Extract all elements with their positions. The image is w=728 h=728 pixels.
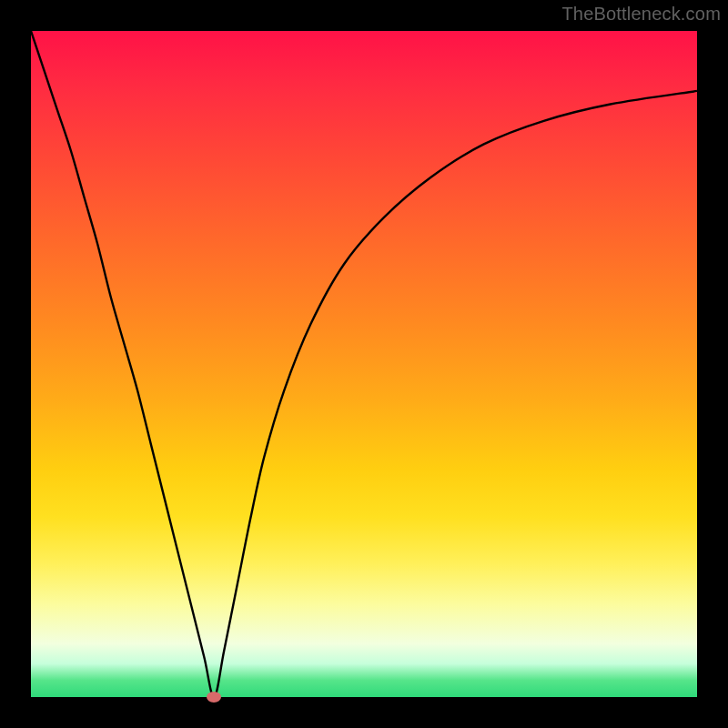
bottleneck-curve-path: [31, 31, 697, 697]
minimum-marker: [207, 692, 221, 703]
curve-svg: [31, 31, 697, 697]
watermark-text: TheBottleneck.com: [561, 4, 721, 25]
plot-area: [31, 31, 697, 697]
chart-frame: TheBottleneck.com: [0, 0, 728, 728]
